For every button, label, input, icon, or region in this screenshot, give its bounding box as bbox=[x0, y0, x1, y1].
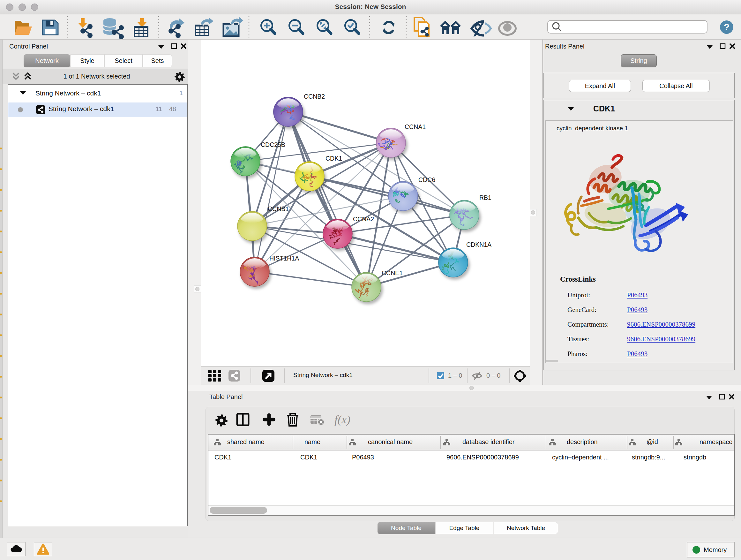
svg-text:CCNA1: CCNA1 bbox=[405, 123, 426, 130]
svg-text:HIST1H1A: HIST1H1A bbox=[269, 255, 299, 262]
svg-text:CDK1: CDK1 bbox=[326, 155, 342, 162]
svg-text:CCNB1: CCNB1 bbox=[268, 205, 289, 212]
svg-text:RB1: RB1 bbox=[479, 194, 491, 201]
svg-text:f(x): f(x) bbox=[334, 413, 350, 426]
svg-text:CCNA2: CCNA2 bbox=[353, 215, 374, 223]
svg-text:CCNB2: CCNB2 bbox=[304, 93, 325, 100]
svg-text:CDKN1A: CDKN1A bbox=[466, 241, 491, 248]
svg-text:CDC25B: CDC25B bbox=[261, 141, 285, 148]
svg-text:CCNE1: CCNE1 bbox=[382, 269, 403, 276]
svg-text:?: ? bbox=[724, 22, 730, 32]
svg-text:CDC6: CDC6 bbox=[418, 176, 435, 183]
